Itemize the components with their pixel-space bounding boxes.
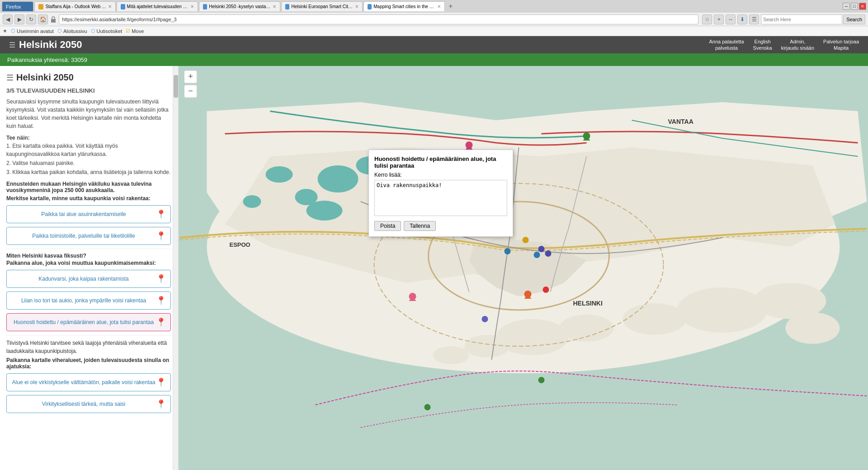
label-helsinki: HELSINKI (573, 300, 603, 307)
description1: Seuraavaksi kysymme sinulta kaupungin tu… (6, 98, 171, 130)
pin-icon-3: 📍 (156, 274, 166, 284)
zoom-btn[interactable]: ↔ (726, 14, 736, 24)
firefox-label: Firefox (6, 4, 21, 9)
tab-favicon-3 (203, 4, 207, 9)
tab-4[interactable]: Helsinki Euroopan Smart City -kärkijo...… (281, 1, 363, 11)
tab-favicon-2 (121, 4, 125, 9)
svg-point-6 (318, 165, 359, 193)
page-title-row: ☰ Helsinki 2050 (6, 72, 171, 83)
tab-favicon-1 (38, 4, 43, 9)
svg-point-38 (545, 250, 552, 257)
instructions-heading: Tee näin: (6, 135, 171, 141)
bookmark-useimmin[interactable]: ⬡ Useimmin avatut (11, 28, 54, 34)
scrollbar-thumb[interactable] (174, 75, 178, 98)
btn-kadunvarsi[interactable]: Kadunvarsi, joka kaipaa rakentamista 📍 (6, 270, 171, 288)
pin-icon-7: 📍 (156, 399, 166, 409)
bookmark-star[interactable]: ☆ (702, 14, 712, 24)
forward-button[interactable]: ▶ (14, 14, 24, 24)
tab-2[interactable]: Mitä ajattelet tulevaisuuden kaupung... … (117, 1, 198, 11)
home-button[interactable]: 🏠 (38, 14, 48, 24)
btn-asuinrakentaminen[interactable]: Paikka tai alue asuinrakentamiselle 📍 (6, 205, 171, 223)
tab-label-3: Helsinki 2050 -kyselyn vastaukset | He..… (209, 4, 271, 9)
search-input[interactable] (761, 14, 842, 24)
tab-favicon-4 (285, 4, 289, 9)
new-tab-button[interactable]: + (446, 1, 456, 11)
close-button[interactable]: ✕ (859, 3, 866, 10)
tab-label-2: Mitä ajattelet tulevaisuuden kaupung... (127, 4, 189, 9)
svg-rect-0 (51, 19, 56, 23)
popup-delete-button[interactable]: Poista (374, 221, 401, 231)
browser-titlebar: Firefox Staffans Aija - Outlook Web App … (0, 0, 868, 13)
svg-point-22 (677, 287, 768, 333)
tab-close-4[interactable]: ✕ (355, 4, 359, 9)
bookmark-uutisotsiket[interactable]: ⬡ Uutisotsiket (91, 28, 123, 34)
popup-save-button[interactable]: Tallenna (404, 221, 436, 231)
popup-buttons: Poista Tallenna (374, 221, 507, 231)
svg-point-43 (425, 404, 431, 410)
nav-admin[interactable]: Admin, kirjaudu sisään (781, 38, 814, 52)
btn-toimistot[interactable]: Paikka toimistoille, palveluille tai lii… (6, 227, 171, 245)
svg-point-13 (266, 166, 293, 183)
section1-text2: Merkitse kartalle, minne uutta kaupunkia… (6, 195, 171, 202)
tab-1[interactable]: Staffans Aija - Outlook Web App ✕ (34, 1, 116, 11)
tab-label-5: Mapping Smart cities in the EU - IPOL... (373, 4, 435, 9)
btn-viheralue-tarkea[interactable]: Virkityksellisesti tärkeä, mutta saisi 📍 (6, 395, 171, 413)
tab-firefox[interactable]: Firefox (2, 1, 33, 11)
tab-5[interactable]: Mapping Smart cities in the EU - IPOL...… (363, 1, 445, 11)
svg-point-42 (538, 377, 545, 383)
svg-point-21 (433, 346, 469, 364)
address-text: https://esimerkki.asiatkartalle.fi/geofo… (62, 17, 177, 22)
tab-close-3[interactable]: ✕ (273, 4, 276, 9)
nav-feedback[interactable]: Anna palautetta palvelusta (709, 38, 744, 52)
section2-text1: Miten Helsinki kasvaa fiksusti? (6, 253, 171, 259)
address-bar[interactable]: https://esimerkki.asiatkartalle.fi/geofo… (59, 14, 698, 24)
nav-language[interactable]: English Svenska (753, 38, 772, 52)
bookmark-move[interactable]: ☑ Move (126, 28, 144, 34)
search-button[interactable]: Search (843, 14, 865, 24)
minimize-button[interactable]: ─ (843, 3, 850, 10)
map-svg: VANTAA KAUNIAINEN ESPOO HELSINKI (179, 66, 868, 470)
pin-icon-4: 📍 (156, 296, 166, 306)
svg-point-41 (543, 287, 549, 293)
svg-point-37 (538, 246, 545, 252)
download-btn[interactable]: ⬇ (737, 14, 747, 24)
btn-huonosti[interactable]: Huonosti hoidettu / epämääräinen alue, j… (6, 313, 171, 331)
tab-label-1: Staffans Aija - Outlook Web App (45, 4, 106, 9)
stats-text: Paikannuksia yhteensä: 33059 (7, 56, 87, 63)
section3-text1: Tiivistyvä Helsinki tarvitsee sekä laajo… (6, 339, 171, 355)
menu-btn[interactable]: ☰ (749, 14, 759, 24)
instruction2: 2. Valitse haluamasi painike. (6, 159, 171, 167)
section1-text1: Ennusteiden mukaan Helsingin väkiluku ka… (6, 181, 171, 193)
btn-viheralue-rakentaa[interactable]: Alue ei ole virkistykselle välttämätön, … (6, 373, 171, 391)
bookmark-aloitussivu[interactable]: ⬡ Aloitussivu (57, 28, 87, 34)
stats-bar: Paikannuksia yhteensä: 33059 (0, 53, 868, 66)
svg-point-36 (534, 252, 540, 258)
pin-icon-5: 📍 (156, 317, 166, 327)
map-container[interactable]: VANTAA KAUNIAINEN ESPOO HELSINKI (179, 66, 868, 470)
header-nav: Anna palautetta palvelusta English Svens… (709, 38, 859, 52)
svg-point-20 (465, 335, 510, 357)
window-controls: ─ □ ✕ (843, 3, 866, 10)
tab-close-5[interactable]: ✕ (437, 4, 441, 9)
btn-tori[interactable]: Liian iso tori tai aukio, jonka ympärill… (6, 291, 171, 310)
popup-textarea[interactable]: Oiva rakennuspaikka! (374, 180, 507, 216)
maximize-button[interactable]: □ (851, 3, 858, 10)
bookmark-add[interactable]: + (714, 14, 724, 24)
divider-2 (6, 335, 171, 335)
header-icon: ☰ (9, 41, 15, 49)
app-logo: Helsinki 2050 (19, 39, 82, 51)
tab-3[interactable]: Helsinki 2050 -kyselyn vastaukset | He..… (199, 1, 280, 11)
refresh-button[interactable]: ↻ (26, 14, 36, 24)
bookmarks-bar: ★ ⬡ Useimmin avatut ⬡ Aloitussivu ⬡ Uuti… (0, 26, 868, 36)
left-panel: ☰ Helsinki 2050 3/5 TULEVAISUUDEN HELSIN… (0, 66, 179, 470)
tab-close-1[interactable]: ✕ (108, 4, 112, 9)
nav-provider[interactable]: Palvelun tarjoaa Mapita (823, 38, 859, 52)
svg-text:−: − (188, 86, 193, 95)
svg-point-24 (786, 312, 840, 344)
scrollbar-track[interactable] (173, 66, 178, 470)
tab-close-2[interactable]: ✕ (190, 4, 194, 9)
back-button[interactable]: ◀ (3, 14, 13, 24)
tab-label-4: Helsinki Euroopan Smart City -kärkijo... (291, 4, 353, 9)
label-vantaa: VANTAA (668, 118, 693, 125)
svg-point-40 (482, 316, 488, 322)
